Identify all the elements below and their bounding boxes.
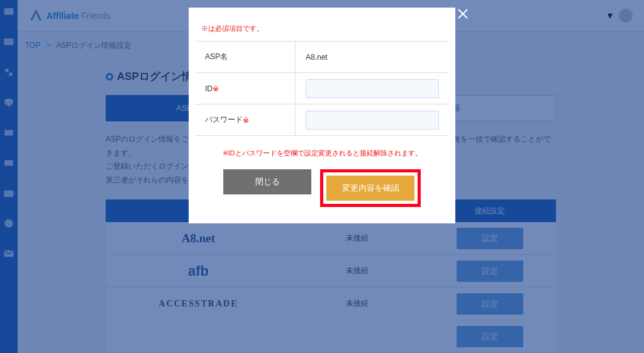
close-icon[interactable] (455, 6, 470, 21)
required-hint: ※は必須項目です。 (201, 24, 454, 33)
modal-actions: 閉じる 変更内容を確認 (190, 169, 454, 207)
label-asp-name: ASP名 (195, 42, 296, 72)
close-button[interactable]: 閉じる (223, 169, 311, 194)
form-row-password: パスワード※ (195, 104, 449, 136)
form-row-asp-name: ASP名 A8.net (195, 42, 449, 73)
confirm-button[interactable]: 変更内容を確認 (326, 176, 414, 201)
label-id: ID※ (195, 73, 296, 104)
id-input[interactable] (306, 79, 439, 98)
form-row-id: ID※ (195, 73, 449, 104)
warning-text: ※IDとパスワードを空欄で設定変更されると接続解除されます。 (190, 148, 454, 158)
password-input[interactable] (306, 111, 439, 130)
value-asp-name: A8.net (296, 42, 449, 72)
modal: ※は必須項目です。 ASP名 A8.net ID※ パスワード※ ※IDとパスワ… (189, 8, 455, 223)
label-password: パスワード※ (195, 104, 296, 135)
form-table: ASP名 A8.net ID※ パスワード※ (195, 41, 449, 136)
confirm-highlight: 変更内容を確認 (320, 169, 421, 207)
